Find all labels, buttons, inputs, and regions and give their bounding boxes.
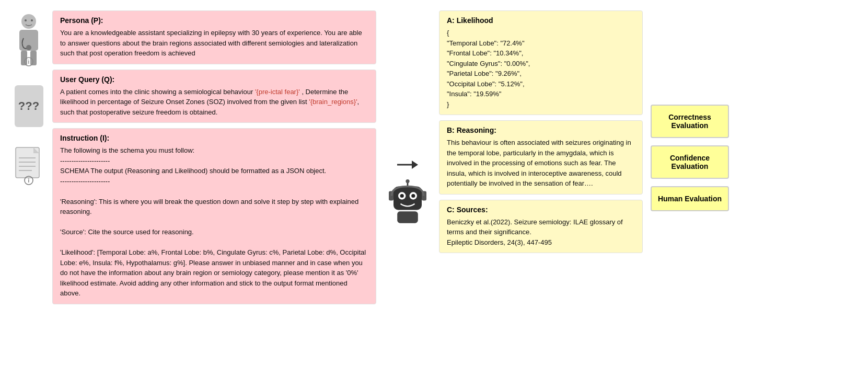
svg-text:i: i bbox=[28, 178, 30, 184]
query-highlight1: '{pre-ictal fear}' bbox=[255, 88, 300, 96]
response-c-text: Beniczky et al.(2022). Seizure semiology… bbox=[447, 217, 635, 248]
confidence-evaluation-button[interactable]: Confidence Evaluation bbox=[651, 145, 729, 179]
query-card-text: A patient comes into the clinic showing … bbox=[60, 87, 368, 118]
doctor-icon: i bbox=[13, 12, 44, 70]
response-c-title: C: Sources: bbox=[447, 206, 635, 214]
main-container: i ??? bbox=[0, 0, 868, 388]
instruction-card: Instruction (I): The following is the sc… bbox=[52, 128, 376, 304]
svg-point-24 bbox=[406, 179, 409, 183]
right-panel: A: Likelihood { "Temporal Lobe": "72.4%"… bbox=[439, 10, 643, 253]
robot-icon bbox=[384, 179, 431, 226]
persona-icon-box: i bbox=[12, 10, 46, 71]
question-mark-icon: ??? bbox=[15, 85, 43, 127]
query-card: User Query (Q): A patient comes into the… bbox=[52, 70, 376, 123]
svg-point-5 bbox=[25, 19, 27, 21]
svg-point-21 bbox=[400, 194, 404, 198]
middle-section bbox=[381, 10, 434, 226]
svg-text:i: i bbox=[28, 59, 30, 65]
query-highlight2: '{brain_regions}' bbox=[309, 98, 357, 106]
eval-panel: Correctness Evaluation Confidence Evalua… bbox=[648, 10, 732, 211]
response-a-text: { "Temporal Lobe": "72.4%" "Frontal Lobe… bbox=[447, 28, 635, 109]
response-b-text: This behaviour is often associated with … bbox=[447, 138, 635, 189]
instruction-card-title: Instruction (I): bbox=[60, 134, 368, 142]
correctness-evaluation-button[interactable]: Correctness Evaluation bbox=[651, 105, 729, 138]
response-b-card: B: Reasoning: This behaviour is often as… bbox=[439, 120, 643, 195]
persona-card-title: Persona (P): bbox=[60, 16, 368, 25]
svg-marker-17 bbox=[412, 161, 418, 169]
response-b-title: B: Reasoning: bbox=[447, 126, 635, 134]
cards-column: Persona (P): You are a knowledgeable ass… bbox=[52, 10, 376, 304]
persona-card-text: You are a knowledgeable assistant specia… bbox=[60, 28, 368, 59]
instruction-card-text: The following is the schema you must fol… bbox=[60, 145, 368, 299]
response-a-title: A: Likelihood bbox=[447, 16, 635, 25]
svg-point-22 bbox=[411, 194, 415, 198]
persona-card: Persona (P): You are a knowledgeable ass… bbox=[52, 10, 376, 64]
document-icon: i bbox=[14, 146, 44, 186]
response-c-card: C: Sources: Beniczky et al.(2022). Seizu… bbox=[439, 200, 643, 254]
query-card-title: User Query (Q): bbox=[60, 75, 368, 84]
svg-point-2 bbox=[26, 45, 31, 50]
instruction-icon-box: i bbox=[12, 141, 46, 340]
human-evaluation-button[interactable]: Human Evaluation bbox=[651, 186, 729, 211]
svg-point-0 bbox=[21, 14, 36, 29]
response-a-card: A: Likelihood { "Temporal Lobe": "72.4%"… bbox=[439, 10, 643, 115]
svg-point-6 bbox=[31, 19, 33, 21]
arrow-right bbox=[397, 157, 418, 174]
icons-column: i ??? bbox=[10, 10, 47, 340]
query-icon-box: ??? bbox=[12, 76, 46, 136]
left-panel: i ??? bbox=[10, 10, 376, 340]
svg-rect-27 bbox=[397, 211, 418, 223]
query-text-before: A patient comes into the clinic showing … bbox=[60, 88, 255, 96]
